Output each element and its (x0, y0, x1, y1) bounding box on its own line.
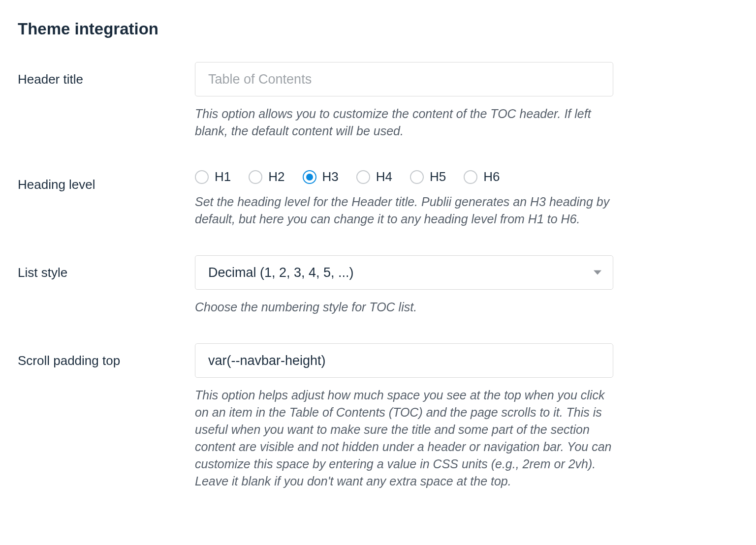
header-title-label: Header title (18, 62, 195, 87)
heading-level-help: Set the heading level for the Header tit… (195, 193, 613, 228)
radio-label: H4 (376, 169, 392, 184)
header-title-row: Header title This option allows you to c… (18, 62, 738, 140)
heading-level-row: Heading level H1H2H3H4H5H6 Set the headi… (18, 167, 738, 228)
radio-label: H3 (322, 169, 339, 184)
list-style-row: List style Decimal (1, 2, 3, 4, 5, ...) … (18, 255, 738, 316)
heading-level-radio-h1[interactable]: H1 (195, 169, 231, 184)
heading-level-label: Heading level (18, 167, 195, 192)
scroll-padding-top-row: Scroll padding top This option helps adj… (18, 343, 738, 490)
heading-level-radio-h6[interactable]: H6 (464, 169, 500, 184)
list-style-control: Decimal (1, 2, 3, 4, 5, ...) Choose the … (195, 255, 613, 316)
radio-icon (410, 170, 424, 184)
header-title-input[interactable] (195, 62, 613, 96)
list-style-help: Choose the numbering style for TOC list. (195, 299, 613, 316)
heading-level-radio-h2[interactable]: H2 (249, 169, 284, 184)
header-title-help: This option allows you to customize the … (195, 105, 613, 140)
heading-level-radio-h3[interactable]: H3 (303, 169, 339, 184)
radio-label: H6 (483, 169, 500, 184)
section-title: Theme integration (18, 20, 738, 38)
heading-level-control: H1H2H3H4H5H6 Set the heading level for t… (195, 167, 613, 228)
scroll-padding-top-input[interactable] (195, 343, 613, 378)
radio-icon (249, 170, 262, 184)
scroll-padding-top-label: Scroll padding top (18, 343, 195, 368)
radio-icon (356, 170, 370, 184)
scroll-padding-top-control: This option helps adjust how much space … (195, 343, 613, 490)
list-style-label: List style (18, 255, 195, 280)
radio-icon (464, 170, 477, 184)
radio-icon (195, 170, 209, 184)
radio-label: H1 (215, 169, 231, 184)
scroll-padding-top-help: This option helps adjust how much space … (195, 387, 613, 490)
radio-label: H5 (430, 169, 446, 184)
header-title-control: This option allows you to customize the … (195, 62, 613, 140)
radio-label: H2 (268, 169, 284, 184)
heading-level-radio-h4[interactable]: H4 (356, 169, 392, 184)
list-style-selected-value: Decimal (1, 2, 3, 4, 5, ...) (208, 265, 354, 280)
heading-level-radio-group: H1H2H3H4H5H6 (195, 167, 613, 184)
list-style-select[interactable]: Decimal (1, 2, 3, 4, 5, ...) (195, 255, 613, 290)
heading-level-radio-h5[interactable]: H5 (410, 169, 446, 184)
radio-icon (303, 170, 316, 184)
list-style-select-wrapper: Decimal (1, 2, 3, 4, 5, ...) (195, 255, 613, 290)
